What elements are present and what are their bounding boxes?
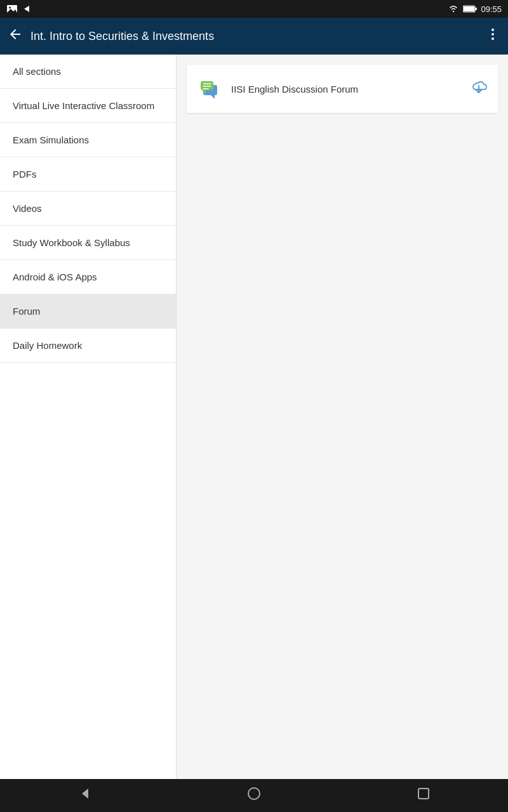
sidebar-item-pdfs[interactable]: PDFs	[0, 157, 176, 192]
forum-item-title: IISI English Discussion Forum	[231, 84, 461, 95]
sidebar-item-label: Study Workbook & Syllabus	[13, 237, 130, 248]
svg-rect-20	[418, 789, 429, 799]
nav-home-button[interactable]	[231, 781, 277, 810]
app-bar-title: Int. Intro to Securities & Investments	[30, 30, 478, 43]
sidebar-item-label: Daily Homework	[13, 340, 82, 351]
svg-marker-11	[211, 95, 215, 99]
svg-rect-6	[475, 8, 477, 10]
sidebar-item-label: Exam Simulations	[13, 134, 89, 145]
sidebar-item-label: Virtual Live Interactive Classroom	[13, 100, 154, 111]
bottom-nav	[0, 779, 508, 812]
sidebar-item-forum[interactable]: Forum	[0, 294, 176, 329]
nav-back-button[interactable]	[62, 781, 107, 810]
overflow-menu-button[interactable]	[485, 27, 500, 46]
status-time: 09:55	[481, 4, 502, 14]
sidebar-item-android-ios[interactable]: Android & iOS Apps	[0, 260, 176, 294]
svg-point-8	[491, 33, 494, 36]
forum-item[interactable]: IISI English Discussion Forum	[187, 65, 498, 113]
wifi-icon	[448, 4, 459, 13]
svg-rect-5	[464, 6, 474, 11]
sidebar-item-daily-homework[interactable]: Daily Homework	[0, 329, 176, 363]
sidebar-item-videos[interactable]: Videos	[0, 192, 176, 226]
app-bar: Int. Intro to Securities & Investments	[0, 18, 508, 55]
sidebar-item-virtual-live[interactable]: Virtual Live Interactive Classroom	[0, 89, 176, 123]
content-area: IISI English Discussion Forum	[177, 55, 508, 779]
back-arrow-icon	[22, 4, 30, 13]
sidebar-item-label: Android & iOS Apps	[13, 272, 97, 282]
svg-point-9	[491, 37, 494, 40]
sidebar: All sections Virtual Live Interactive Cl…	[0, 55, 177, 779]
svg-point-7	[491, 29, 494, 31]
download-icon[interactable]	[470, 78, 488, 100]
sidebar-item-exam-simulations[interactable]: Exam Simulations	[0, 123, 176, 157]
sidebar-item-label: Forum	[13, 306, 40, 317]
status-bar-right: 09:55	[448, 4, 502, 14]
back-button[interactable]	[8, 27, 23, 46]
image-icon	[6, 4, 18, 14]
sidebar-item-label: Videos	[13, 203, 42, 214]
sidebar-item-label: PDFs	[13, 169, 37, 180]
sidebar-item-all-sections[interactable]: All sections	[0, 55, 176, 89]
sidebar-item-label: All sections	[13, 66, 61, 77]
sidebar-item-study-workbook[interactable]: Study Workbook & Syllabus	[0, 226, 176, 260]
forum-icon	[197, 76, 222, 102]
svg-point-1	[9, 7, 11, 9]
svg-marker-18	[82, 789, 88, 799]
status-bar-left	[6, 4, 30, 14]
battery-icon	[463, 5, 477, 13]
nav-recent-button[interactable]	[401, 781, 446, 810]
main-layout: All sections Virtual Live Interactive Cl…	[0, 55, 508, 779]
svg-point-19	[248, 788, 260, 799]
svg-marker-3	[24, 6, 29, 12]
status-bar: 09:55	[0, 0, 508, 18]
